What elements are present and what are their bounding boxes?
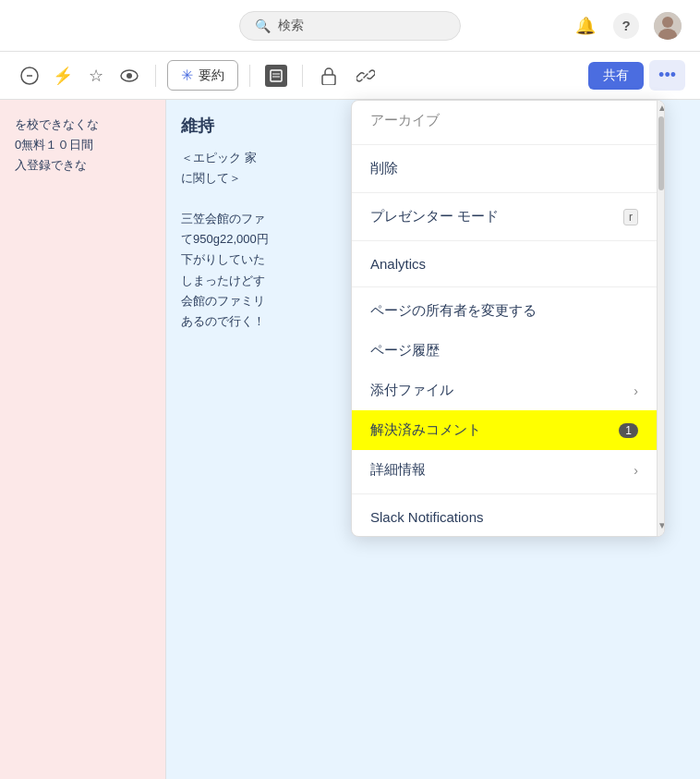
main-area: を校できなくな0無料１０日間入登録できな 維持 ＜エピック 家に関して＞ 三笠会… [0, 100, 700, 779]
eye-icon[interactable] [115, 61, 144, 91]
help-icon[interactable]: ? [613, 13, 639, 39]
details-label: 詳細情報 [370, 461, 426, 479]
search-box[interactable]: 🔍 検索 [239, 11, 461, 41]
summarize-icon: ✳ [181, 67, 193, 84]
dropdown-scrollbar[interactable]: ▲ ▼ [657, 101, 664, 536]
more-button[interactable]: ••• [649, 60, 685, 91]
scrollbar-thumb[interactable] [658, 116, 664, 190]
menu-item-presenter-mode[interactable]: プレゼンター モード r [352, 197, 664, 237]
scrollbar-up-arrow[interactable]: ▲ [658, 101, 664, 115]
menu-item-analytics[interactable]: Analytics [352, 245, 664, 283]
menu-item-attachments[interactable]: 添付ファイル › [352, 371, 664, 410]
resolved-comments-badge: 1 [619, 423, 638, 438]
delete-label: 削除 [370, 160, 398, 177]
lock-icon[interactable] [314, 61, 344, 91]
svg-rect-10 [322, 75, 335, 85]
analytics-label: Analytics [370, 256, 426, 272]
dropdown-menu: ▲ ▼ アーカイブ 削除 プレゼンター モード r Analytics ページの [351, 100, 665, 537]
attachments-arrow: › [634, 383, 638, 398]
page-icon-btn[interactable] [261, 61, 291, 91]
search-placeholder: 検索 [278, 18, 304, 34]
menu-item-resolved-comments[interactable]: 解決済みコメント 1 [352, 410, 664, 450]
pink-cell: を校できなくな0無料１０日間入登録できな [0, 100, 166, 779]
top-bar: 🔍 検索 🔔 ? [0, 0, 700, 52]
lightning-icon[interactable]: ⚡ [48, 61, 78, 91]
avatar[interactable] [654, 12, 682, 40]
presenter-mode-shortcut: r [623, 209, 638, 225]
presenter-mode-label: プレゼンター モード [370, 208, 499, 225]
toolbar-divider-3 [302, 65, 303, 87]
menu-item-slack-notifications[interactable]: Slack Notifications [352, 498, 664, 536]
toolbar-divider-2 [249, 65, 250, 87]
summarize-button[interactable]: ✳ 要約 [167, 60, 238, 91]
toolbar-right: 共有 ••• [588, 60, 685, 91]
slack-notifications-label: Slack Notifications [370, 509, 484, 525]
separator-4 [352, 286, 664, 287]
star-icon[interactable]: ☆ [81, 61, 111, 91]
separator-5 [352, 493, 664, 494]
svg-point-6 [127, 73, 132, 79]
menu-item-archive[interactable]: アーカイブ [352, 101, 664, 140]
comment-icon[interactable] [15, 61, 44, 91]
page-history-label: ページ履歴 [370, 342, 440, 359]
svg-rect-7 [271, 70, 282, 81]
menu-item-page-history[interactable]: ページ履歴 [352, 331, 664, 371]
search-icon: 🔍 [255, 18, 271, 33]
top-bar-right: 🔔 ? [573, 12, 682, 40]
change-owner-label: ページの所有者を変更する [370, 302, 537, 320]
attachments-label: 添付ファイル [370, 382, 453, 399]
menu-item-change-owner[interactable]: ページの所有者を変更する [352, 291, 664, 331]
scrollbar-down-arrow[interactable]: ▼ [658, 518, 664, 532]
details-arrow: › [634, 463, 638, 478]
toolbar: ⚡ ☆ ✳ 要約 [0, 52, 700, 100]
bell-icon[interactable]: 🔔 [573, 13, 598, 39]
menu-item-details[interactable]: 詳細情報 › [352, 450, 664, 490]
toolbar-divider-1 [155, 65, 156, 87]
more-icon: ••• [658, 66, 676, 84]
svg-point-1 [662, 17, 673, 28]
link-icon[interactable] [351, 61, 380, 91]
col1-text: を校できなくな0無料１０日間入登録できな [15, 115, 151, 176]
separator-1 [352, 144, 664, 145]
share-button[interactable]: 共有 [588, 62, 644, 90]
resolved-comments-label: 解決済みコメント [370, 421, 481, 439]
menu-item-delete[interactable]: 削除 [352, 149, 664, 189]
separator-2 [352, 192, 664, 193]
summarize-label: 要約 [199, 67, 224, 84]
archive-label: アーカイブ [370, 112, 440, 129]
toolbar-icons-left: ⚡ ☆ [15, 61, 144, 91]
separator-3 [352, 240, 664, 241]
